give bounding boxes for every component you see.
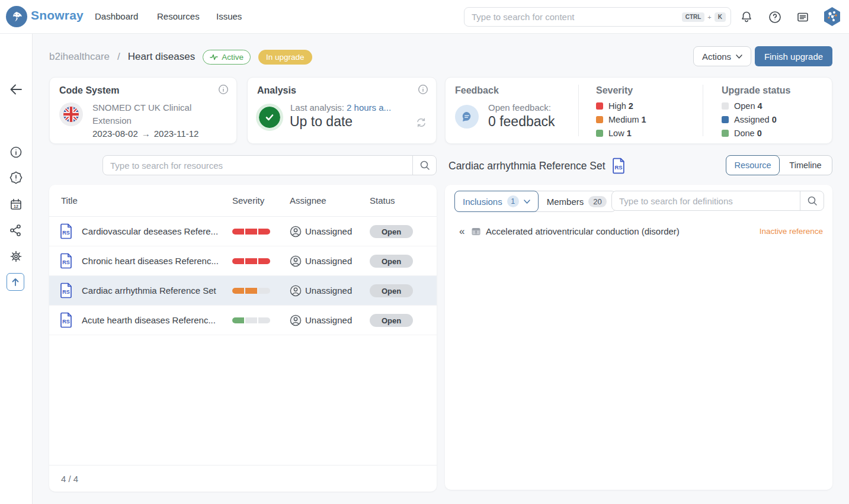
svg-text:RS: RS — [62, 259, 70, 265]
definition-tabs: Inclusions 1 Members 20 — [454, 191, 616, 212]
shortcut-k-key: K — [715, 12, 726, 22]
resources-search-input[interactable] — [103, 156, 412, 175]
table-header: Title Severity Assignee Status — [49, 185, 437, 217]
tab-resource[interactable]: Resource — [726, 155, 780, 175]
upgrade-status-summary: Upgrade status Open 4 Assigned 0 Done 0 — [722, 78, 828, 143]
table-row[interactable]: RS Acute hearth diseases Referenc... Una… — [49, 306, 437, 335]
status-badge-in-upgrade: In upgrade — [258, 50, 312, 65]
calendar-icon[interactable]: 12 — [7, 195, 25, 213]
breadcrumb-parent[interactable]: b2ihealthcare — [49, 51, 110, 63]
assignee-avatar-icon — [290, 255, 302, 267]
share-icon[interactable] — [7, 221, 25, 239]
svg-text:12: 12 — [14, 204, 18, 208]
help-icon[interactable] — [767, 9, 783, 25]
news-icon[interactable] — [794, 9, 811, 25]
medium-color-swatch — [596, 116, 603, 123]
upgrade-open: Open 4 — [722, 101, 763, 111]
status-badge: Open — [370, 225, 413, 238]
severity-summary: Severity High 2 Medium 1 Low 1 — [596, 78, 700, 143]
svg-text:RS: RS — [614, 165, 622, 171]
resource-title: Chronic heart diseases Referenc... — [82, 246, 219, 276]
resources-search — [102, 155, 437, 175]
last-analysis-line: Last analysis: 2 hours a... — [290, 102, 391, 113]
actions-button[interactable]: Actions — [693, 46, 751, 66]
snowray-logo-icon[interactable] — [6, 6, 27, 27]
resources-table: Title Severity Assignee Status RS Cardio… — [49, 185, 437, 492]
done-color-swatch — [722, 130, 729, 137]
reference-set-icon: RS — [60, 283, 73, 298]
severity-low: Low 1 — [596, 129, 632, 138]
info-icon[interactable] — [418, 84, 428, 95]
avatar[interactable] — [822, 7, 842, 27]
analysis-title: Analysis — [257, 85, 296, 96]
resource-title: Acute hearth diseases Referenc... — [82, 306, 216, 335]
svg-text:RS: RS — [62, 289, 70, 295]
inclusions-count-badge: 1 — [507, 195, 519, 207]
code-system-dates: 2023-08-02→2023-11-12 — [92, 129, 198, 139]
concept-label: Accelerated atrioventricular conduction … — [486, 223, 680, 240]
brand-name: Snowray — [31, 8, 84, 23]
severity-bar — [232, 258, 270, 264]
gear-icon[interactable] — [7, 248, 25, 265]
global-search-input[interactable] — [472, 12, 682, 22]
svg-text:RS: RS — [62, 230, 70, 236]
upload-icon[interactable] — [7, 273, 24, 291]
info-icon[interactable] — [7, 143, 25, 161]
nav-link-resources[interactable]: Resources — [157, 11, 200, 21]
table-row[interactable]: RS Cardiovascular deseases Refere... Una… — [49, 217, 437, 246]
breadcrumb: b2ihealthcare / Heart diseases Active In… — [49, 46, 312, 68]
status-badge: Open — [370, 284, 413, 297]
definitions-search — [611, 191, 824, 211]
check-circle-icon — [259, 107, 280, 128]
finish-upgrade-button[interactable]: Finish upgrade — [755, 46, 832, 66]
nav-link-issues[interactable]: Issues — [216, 11, 242, 21]
analysis-card: Analysis Last analysis: 2 hours a... Up … — [247, 77, 437, 144]
severity-bar — [232, 229, 270, 235]
severity-medium: Medium 1 — [596, 115, 646, 124]
column-assignee: Assignee — [290, 185, 326, 217]
shortcut-ctrl-key: CTRL — [682, 12, 705, 22]
info-icon[interactable] — [218, 84, 229, 95]
shortcut-plus: + — [707, 14, 711, 21]
arrow-right-icon: → — [138, 129, 154, 139]
feedback-title: Feedback — [455, 85, 499, 96]
bell-icon[interactable] — [738, 9, 755, 25]
search-icon[interactable] — [412, 156, 436, 175]
tab-members[interactable]: Members 20 — [538, 191, 616, 211]
open-color-swatch — [722, 102, 729, 110]
column-severity: Severity — [232, 185, 264, 217]
definitions-search-input[interactable] — [612, 191, 800, 210]
chevron-down-icon — [524, 200, 530, 204]
collapse-icon[interactable]: « — [459, 223, 464, 240]
status-badge: Open — [370, 255, 413, 268]
reference-set-icon: RS — [60, 312, 73, 328]
resource-title: Cardiac arrhythmia Reference Set — [82, 276, 216, 306]
members-count-badge: 20 — [588, 196, 606, 207]
analysis-status: Up to date — [290, 114, 353, 130]
alert-badge-icon[interactable] — [7, 169, 25, 187]
status-badge-active: Active — [203, 50, 251, 65]
reference-set-icon: RS — [612, 158, 626, 174]
inclusion-row[interactable]: « Accelerated atrioventricular conductio… — [445, 223, 832, 240]
code-system-card: Code System SNOMED CT UK Clinical Extens… — [49, 77, 237, 144]
assignee-label: Unassigned — [305, 217, 352, 246]
search-icon[interactable] — [800, 191, 824, 210]
nav-link-dashboard[interactable]: Dashboard — [95, 11, 138, 21]
view-toggle: Resource Timeline — [726, 155, 832, 175]
assignee-label: Unassigned — [305, 246, 352, 276]
tab-timeline[interactable]: Timeline — [779, 156, 832, 175]
refresh-icon[interactable] — [415, 117, 427, 129]
status-badge: Open — [370, 314, 413, 327]
table-row[interactable]: RS Chronic heart diseases Referenc... Un… — [49, 246, 437, 276]
last-analysis-link[interactable]: 2 hours a... — [347, 102, 391, 113]
code-system-title: Code System — [59, 85, 119, 96]
concept-type-icon — [472, 227, 480, 236]
detail-title: Cardiac arrhythmia Reference Set RS — [448, 158, 626, 174]
back-arrow-icon[interactable] — [7, 81, 25, 98]
table-row[interactable]: RS Cardiac arrhythmia Reference Set Unas… — [49, 276, 437, 306]
tab-inclusions[interactable]: Inclusions 1 — [454, 191, 539, 212]
resource-title: Cardiovascular deseases Refere... — [82, 217, 218, 246]
severity-bar — [232, 317, 270, 323]
feedback-card: Feedback Open feedback: 0 feedback Sever… — [445, 77, 832, 144]
divider — [578, 85, 579, 136]
